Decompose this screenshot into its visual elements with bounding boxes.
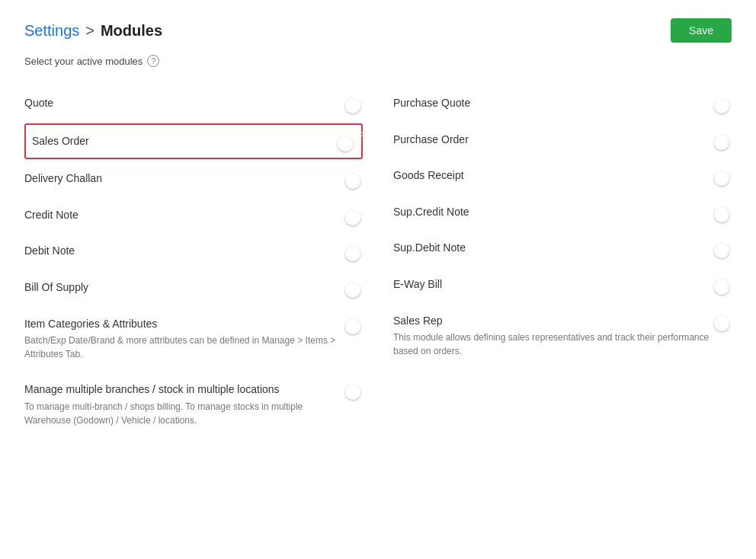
module-name: Manage multiple branches / stock in mult… — [24, 382, 351, 398]
module-item: Sales OrderON — [24, 123, 363, 160]
module-item: QuoteON — [24, 85, 363, 122]
module-item: E-Way BillON — [393, 267, 732, 303]
module-name: Delivery Challan — [24, 171, 351, 187]
module-name: Bill Of Supply — [24, 280, 351, 295]
module-item: Credit NoteON — [24, 197, 363, 234]
module-name: Quote — [24, 96, 351, 111]
module-name: Purchase Order — [393, 133, 719, 148]
page-title: Modules — [101, 22, 162, 40]
help-icon[interactable]: ? — [147, 55, 159, 67]
modules-grid: QuoteONSales OrderONDelivery ChallanONCr… — [24, 85, 732, 438]
module-name: Purchase Quote — [393, 96, 719, 111]
page-header: Settings > Modules Save — [24, 18, 732, 43]
module-name: Sales Order — [32, 134, 343, 149]
module-item: Sup.Debit NoteON — [393, 230, 732, 267]
module-item: Bill Of SupplyON — [24, 270, 363, 306]
module-item: Delivery ChallanON — [24, 161, 363, 197]
module-item: Debit NoteON — [24, 233, 363, 270]
module-name: E-Way Bill — [393, 277, 719, 292]
module-item: Purchase OrderON — [393, 122, 732, 158]
module-item: Sup.Credit NoteON — [393, 194, 732, 231]
settings-link[interactable]: Settings — [24, 22, 79, 40]
module-name: Goods Receipt — [393, 168, 719, 184]
module-desc: Batch/Exp Date/Brand & more attributes c… — [24, 334, 351, 361]
module-item: Item Categories & AttributesBatch/Exp Da… — [24, 306, 363, 372]
module-desc: This module allows defining sales repres… — [393, 331, 719, 358]
module-item: Goods ReceiptON — [393, 158, 732, 194]
module-item: Manage multiple branches / stock in mult… — [24, 372, 363, 438]
breadcrumb-separator: > — [85, 22, 94, 40]
save-button[interactable]: Save — [671, 18, 732, 43]
left-column: QuoteONSales OrderONDelivery ChallanONCr… — [24, 85, 363, 438]
module-name: Sup.Credit Note — [393, 205, 719, 220]
subtitle-row: Select your active modules ? — [24, 55, 732, 67]
settings-modules-page: Settings > Modules Save Select your acti… — [0, 0, 756, 456]
module-name: Credit Note — [24, 208, 351, 223]
module-name: Sup.Debit Note — [393, 241, 719, 256]
breadcrumb: Settings > Modules — [24, 22, 162, 40]
module-name: Sales Rep — [393, 314, 719, 329]
module-item: Purchase QuoteON — [393, 85, 732, 122]
subtitle-text: Select your active modules — [24, 56, 143, 67]
right-column: Purchase QuoteONPurchase OrderONGoods Re… — [393, 85, 732, 438]
module-name: Item Categories & Attributes — [24, 317, 351, 332]
module-item: Sales RepThis module allows defining sal… — [393, 303, 732, 369]
module-name: Debit Note — [24, 244, 351, 259]
module-desc: To manage multi-branch / shops billing. … — [24, 400, 351, 427]
